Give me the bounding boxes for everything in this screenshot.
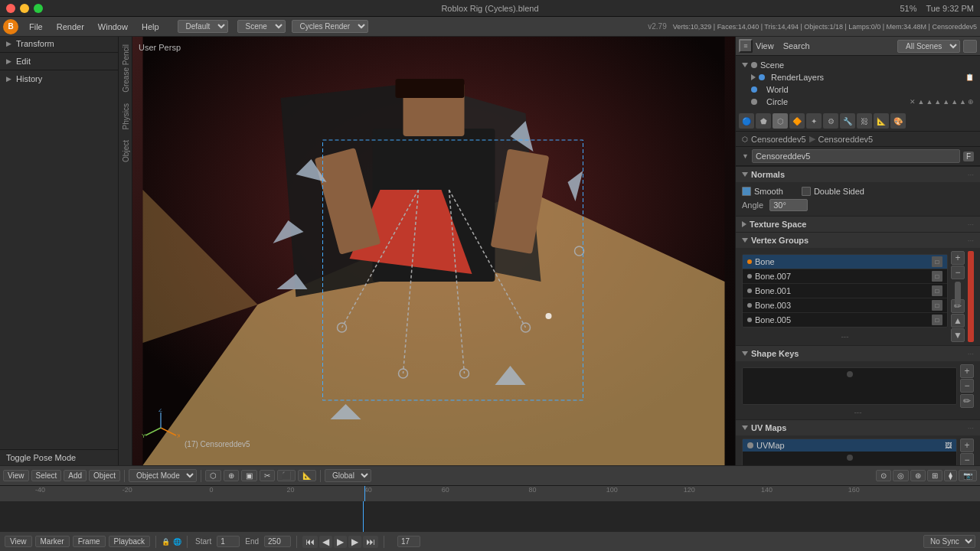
vt-object-btn[interactable]: Object bbox=[89, 470, 120, 481]
vg-up-btn[interactable]: ▲ bbox=[951, 314, 965, 328]
search-label[interactable]: Search bbox=[783, 41, 810, 51]
world-icon[interactable]: 🌐 bbox=[173, 538, 181, 546]
menu-window[interactable]: Window bbox=[92, 21, 134, 33]
timeline-track[interactable] bbox=[0, 501, 980, 532]
sync-dropdown[interactable]: No Sync bbox=[923, 535, 975, 548]
current-frame-input[interactable] bbox=[397, 536, 420, 547]
auto-smooth-label[interactable]: Smooth bbox=[742, 187, 783, 196]
vg-icon-007[interactable]: □ bbox=[932, 271, 942, 282]
side-tab-physics[interactable]: Physics bbox=[119, 99, 132, 134]
layout-dropdown[interactable]: Default bbox=[178, 20, 228, 33]
vt-view-btn[interactable]: View bbox=[3, 470, 29, 481]
vt-add-btn[interactable]: Add bbox=[64, 470, 87, 481]
uv-add-btn[interactable]: + bbox=[960, 439, 974, 452]
vt-camera-btn[interactable]: 📷 bbox=[959, 470, 977, 481]
prop-icon-4[interactable]: ✦ bbox=[806, 113, 822, 129]
uv-remove-btn[interactable]: − bbox=[960, 453, 974, 465]
vt-icon4[interactable]: ✂ bbox=[260, 470, 275, 481]
vg-item-bone001[interactable]: Bone.001 □ bbox=[743, 284, 947, 298]
shape-keys-header[interactable]: Shape Keys ··· bbox=[736, 345, 980, 361]
bb-playback-btn[interactable]: Playback bbox=[109, 536, 151, 547]
side-tab-object[interactable]: Object bbox=[119, 135, 132, 167]
mac-window-controls[interactable] bbox=[6, 4, 43, 13]
vg-item-bone[interactable]: Bone □ bbox=[743, 255, 947, 269]
prop-icon-1[interactable]: ⬟ bbox=[756, 113, 771, 129]
close-button[interactable] bbox=[6, 4, 15, 13]
sk-add-btn[interactable]: + bbox=[960, 364, 974, 378]
texture-space-header[interactable]: Texture Space ··· bbox=[736, 216, 980, 232]
prev-keyframe-btn[interactable]: ◀ bbox=[319, 536, 332, 548]
uv-item-uvmap[interactable]: UVMap 🖼 bbox=[743, 439, 956, 452]
bb-marker-btn[interactable]: Marker bbox=[35, 536, 70, 547]
vg-icon-005[interactable]: □ bbox=[932, 315, 942, 325]
vg-icon-003[interactable]: □ bbox=[932, 300, 942, 311]
double-sided-checkbox[interactable] bbox=[802, 187, 811, 196]
view-btn[interactable]: ≡ bbox=[739, 39, 753, 53]
prop-icon-8[interactable]: 📐 bbox=[874, 113, 889, 129]
bb-frame-btn[interactable]: Frame bbox=[73, 536, 106, 547]
end-frame-input[interactable] bbox=[264, 536, 291, 547]
vertex-groups-header[interactable]: Vertex Groups ··· bbox=[736, 232, 980, 248]
mode-dropdown[interactable]: Object Mode bbox=[129, 469, 197, 482]
circle-item[interactable]: Circle ✕ ▲ ▲ ▲ ▲ ▲ ▲ ⊕ bbox=[739, 96, 977, 108]
prop-icon-7[interactable]: ⛓ bbox=[857, 113, 872, 129]
vt-select-btn[interactable]: Select bbox=[31, 470, 62, 481]
prop-icon-3[interactable]: 🔶 bbox=[789, 113, 805, 129]
vg-scrollbar[interactable] bbox=[955, 282, 961, 298]
menu-help[interactable]: Help bbox=[136, 21, 165, 33]
prop-icon-9[interactable]: 🎨 bbox=[890, 113, 906, 129]
menu-render[interactable]: Render bbox=[51, 21, 90, 33]
start-frame-input[interactable] bbox=[217, 536, 240, 547]
vt-mirror-btn[interactable]: ⊞ bbox=[927, 470, 942, 481]
vg-icon-001[interactable]: □ bbox=[932, 285, 942, 296]
edit-section[interactable]: ▶ Edit bbox=[0, 54, 118, 68]
render-layers-item[interactable]: RenderLayers 📋 bbox=[739, 71, 977, 83]
vt-icon5[interactable]: ⬛ bbox=[277, 470, 296, 481]
uv-maps-header[interactable]: UV Maps ··· bbox=[736, 419, 980, 435]
auto-smooth-checkbox[interactable] bbox=[742, 187, 751, 196]
jump-start-btn[interactable]: ⏮ bbox=[302, 536, 318, 548]
object-name-input[interactable] bbox=[752, 149, 960, 163]
breadcrumb-item2[interactable]: Censoreddev5 bbox=[818, 135, 874, 144]
vg-remove-btn[interactable]: − bbox=[951, 266, 965, 279]
search-input[interactable] bbox=[963, 40, 977, 53]
sk-remove-btn[interactable]: − bbox=[960, 379, 974, 393]
side-tab-grease-pencil[interactable]: Grease Pencil bbox=[119, 40, 132, 97]
vg-add-btn[interactable]: + bbox=[951, 251, 965, 265]
vt-proportional-btn[interactable]: ◎ bbox=[893, 470, 909, 481]
next-keyframe-btn[interactable]: ▶ bbox=[348, 536, 361, 548]
vg-item-bone005[interactable]: Bone.005 □ bbox=[743, 313, 947, 327]
vg-item-bone003[interactable]: Bone.003 □ bbox=[743, 298, 947, 313]
prop-icon-5[interactable]: ⚙ bbox=[823, 113, 838, 129]
play-btn[interactable]: ▶ bbox=[334, 536, 347, 548]
sk-edit-btn[interactable]: ✏ bbox=[960, 394, 974, 408]
vg-down-btn[interactable]: ▼ bbox=[951, 328, 965, 342]
minimize-button[interactable] bbox=[20, 4, 29, 13]
timeline-ruler[interactable]: -40 -20 0 20 40 60 80 100 120 140 160 bbox=[0, 486, 980, 501]
transform-dropdown[interactable]: Global bbox=[325, 469, 371, 482]
prop-icon-6[interactable]: 🔧 bbox=[840, 113, 855, 129]
prop-icon-0[interactable]: 🔵 bbox=[739, 113, 754, 129]
vt-icon1[interactable]: ⬡ bbox=[205, 470, 221, 481]
transform-section[interactable]: ▶ Transform bbox=[0, 37, 118, 51]
angle-input[interactable] bbox=[769, 199, 808, 211]
toggle-pose-mode[interactable]: Toggle Pose Mode bbox=[0, 449, 118, 465]
vt-icon6[interactable]: 📐 bbox=[298, 470, 316, 481]
double-sided-label[interactable]: Double Sided bbox=[802, 187, 864, 196]
blender-logo[interactable]: B bbox=[3, 19, 18, 34]
viewport[interactable]: User Persp X Y Z (17) Censoreddev5 bbox=[132, 37, 735, 465]
lock-icon[interactable]: 🔒 bbox=[162, 538, 170, 546]
menu-file[interactable]: File bbox=[23, 21, 49, 33]
vt-icon3[interactable]: ▣ bbox=[241, 470, 257, 481]
render-engine-dropdown[interactable]: Cycles Render bbox=[292, 20, 368, 33]
bb-view-btn[interactable]: View bbox=[5, 536, 32, 547]
vt-render-btn[interactable]: ⧫ bbox=[944, 470, 957, 481]
prop-icon-2[interactable]: ⬡ bbox=[773, 113, 788, 129]
view-label[interactable]: View bbox=[756, 41, 774, 51]
history-section[interactable]: ▶ History bbox=[0, 72, 118, 86]
normals-section-header[interactable]: Normals ··· bbox=[736, 166, 980, 182]
maximize-button[interactable] bbox=[34, 4, 43, 13]
breadcrumb-item1[interactable]: Censoreddev5 bbox=[751, 135, 806, 144]
vt-magnet-btn[interactable]: ⊙ bbox=[876, 470, 891, 481]
vg-icon-1[interactable]: □ bbox=[932, 256, 942, 267]
